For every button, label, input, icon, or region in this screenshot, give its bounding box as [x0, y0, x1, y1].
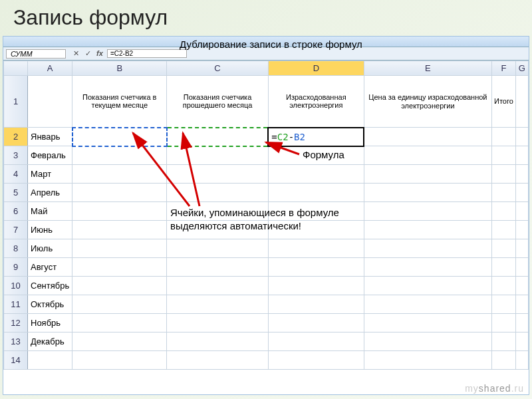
cell-A5[interactable]: Апрель: [28, 184, 72, 202]
table-row: 13Декабрь: [4, 332, 529, 351]
formula-op: -: [289, 132, 294, 142]
slide-title: Запись формул: [0, 0, 532, 35]
row-header-12[interactable]: 12: [4, 314, 28, 332]
col-header-D[interactable]: D: [268, 61, 364, 76]
table-row: 12Ноябрь: [4, 314, 529, 332]
cell-B2[interactable]: [72, 128, 167, 146]
select-all-corner[interactable]: [4, 61, 28, 76]
formula-bar-controls: ✕ ✓ fx: [68, 49, 107, 58]
annotation-cells-l1: Ячейки, упоминающиеся в формуле: [170, 207, 339, 218]
table-row: 8Июль: [4, 239, 529, 258]
row-header-5[interactable]: 5: [4, 184, 28, 202]
cell-A3[interactable]: Февраль: [28, 146, 72, 165]
table-row: 9Август: [4, 258, 529, 277]
table-row: 1 Показания счетчика в текущем месяце По…: [4, 76, 529, 128]
cell-D2-active[interactable]: =C2-B2: [268, 128, 364, 146]
row-header-9[interactable]: 9: [4, 258, 28, 277]
cell-A12[interactable]: Ноябрь: [28, 314, 72, 332]
cell-A11[interactable]: Октябрь: [28, 295, 72, 314]
name-box[interactable]: СУММ: [6, 49, 66, 59]
cell-F2[interactable]: [492, 128, 516, 146]
table-row: 2 Январь =C2-B2: [4, 128, 529, 146]
annotation-cells: Ячейки, упоминающиеся в формуле выделяют…: [170, 206, 436, 232]
row-header-3[interactable]: 3: [4, 146, 28, 165]
cell-C2[interactable]: [167, 128, 269, 146]
row-header-13[interactable]: 13: [4, 332, 28, 351]
cell-A9[interactable]: Август: [28, 258, 72, 277]
row-header-1[interactable]: 1: [4, 76, 28, 128]
col-header-G[interactable]: G: [515, 61, 528, 76]
cell-B1[interactable]: Показания счетчика в текущем месяце: [72, 76, 167, 128]
row-header-2[interactable]: 2: [4, 128, 28, 146]
row-header-10[interactable]: 10: [4, 277, 28, 295]
annotation-formula: Формула: [303, 149, 344, 160]
cell-A10[interactable]: Сентябрь: [28, 277, 72, 295]
cell-A8[interactable]: Июль: [28, 239, 72, 258]
cell-A1[interactable]: [28, 76, 72, 128]
cell-A6[interactable]: Май: [28, 202, 72, 221]
formula-ref-c2: C2: [277, 132, 289, 142]
row-header-6[interactable]: 6: [4, 202, 28, 221]
table-row: 14: [4, 351, 529, 370]
row-header-14[interactable]: 14: [4, 351, 28, 370]
table-row: 3Февраль: [4, 146, 529, 165]
cell-E1[interactable]: Цена за единицу израсходованной электроэ…: [364, 76, 491, 128]
formula-bar-input[interactable]: =C2-B2: [107, 49, 187, 58]
formula-eq: =: [271, 132, 277, 142]
col-header-B[interactable]: B: [72, 61, 167, 76]
cell-A13[interactable]: Декабрь: [28, 332, 72, 351]
cell-E2[interactable]: [364, 128, 491, 146]
cancel-icon[interactable]: ✕: [71, 49, 80, 58]
cell-G2[interactable]: [515, 128, 528, 146]
table-row: 10Сентябрь: [4, 277, 529, 295]
row-header-11[interactable]: 11: [4, 295, 28, 314]
enter-icon[interactable]: ✓: [83, 49, 92, 58]
cell-A7[interactable]: Июнь: [28, 221, 72, 239]
col-header-C[interactable]: C: [167, 61, 269, 76]
annotation-duplicate: Дублирование записи в строке формул: [180, 39, 362, 50]
table-row: 5Апрель: [4, 184, 529, 202]
cell-A2[interactable]: Январь: [28, 128, 72, 146]
col-header-E[interactable]: E: [364, 61, 491, 76]
cell-A14[interactable]: [28, 351, 72, 370]
column-header-row: A B C D E F G: [4, 61, 529, 76]
cell-D1[interactable]: Израсходованная электроэнергия: [268, 76, 364, 128]
cell-A4[interactable]: Март: [28, 165, 72, 184]
row-header-7[interactable]: 7: [4, 221, 28, 239]
row-header-4[interactable]: 4: [4, 165, 28, 184]
formula-ref-b2: B2: [294, 132, 305, 142]
table-row: 11Октябрь: [4, 295, 529, 314]
cell-G1[interactable]: [515, 76, 528, 128]
cell-C1[interactable]: Показания счетчика прошедшего месяца: [167, 76, 269, 128]
annotation-cells-l2: выделяются автоматически!: [170, 220, 301, 231]
table-row: 4Март: [4, 165, 529, 184]
fx-icon[interactable]: fx: [95, 49, 104, 58]
col-header-F[interactable]: F: [492, 61, 516, 76]
col-header-A[interactable]: A: [28, 61, 72, 76]
cell-F1[interactable]: Итого: [492, 76, 516, 128]
watermark: myshared.ru: [465, 383, 524, 394]
row-header-8[interactable]: 8: [4, 239, 28, 258]
